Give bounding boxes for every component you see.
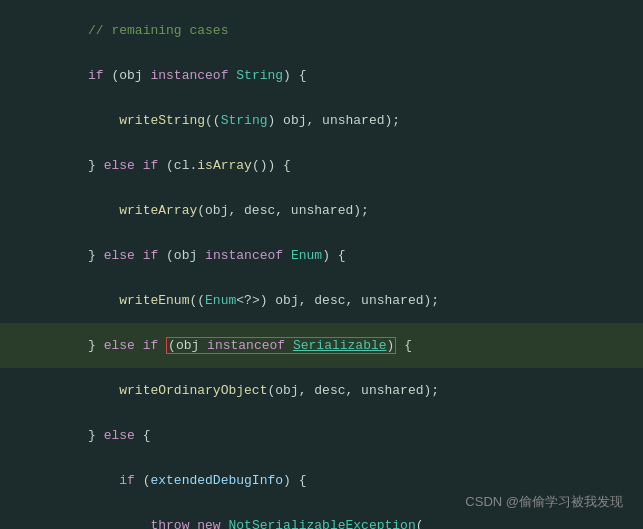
code-line-2: if (obj instanceof String) { <box>0 53 643 98</box>
code-line-4: } else if (cl.isArray()) { <box>0 143 643 188</box>
code-line-1: // remaining cases <box>0 8 643 53</box>
code-line-7: writeEnum((Enum<?>) obj, desc, unshared)… <box>0 278 643 323</box>
code-line-5: writeArray(obj, desc, unshared); <box>0 188 643 233</box>
code-line-6: } else if (obj instanceof Enum) { <box>0 233 643 278</box>
code-line-3: writeString((String) obj, unshared); <box>0 98 643 143</box>
code-line-9: writeOrdinaryObject(obj, desc, unshared)… <box>0 368 643 413</box>
code-editor: // remaining cases if (obj instanceof St… <box>0 0 643 529</box>
watermark: CSDN @偷偷学习被我发现 <box>465 493 623 511</box>
code-line-8: } else if (obj instanceof Serializable) … <box>0 323 643 368</box>
code-line-10: } else { <box>0 413 643 458</box>
